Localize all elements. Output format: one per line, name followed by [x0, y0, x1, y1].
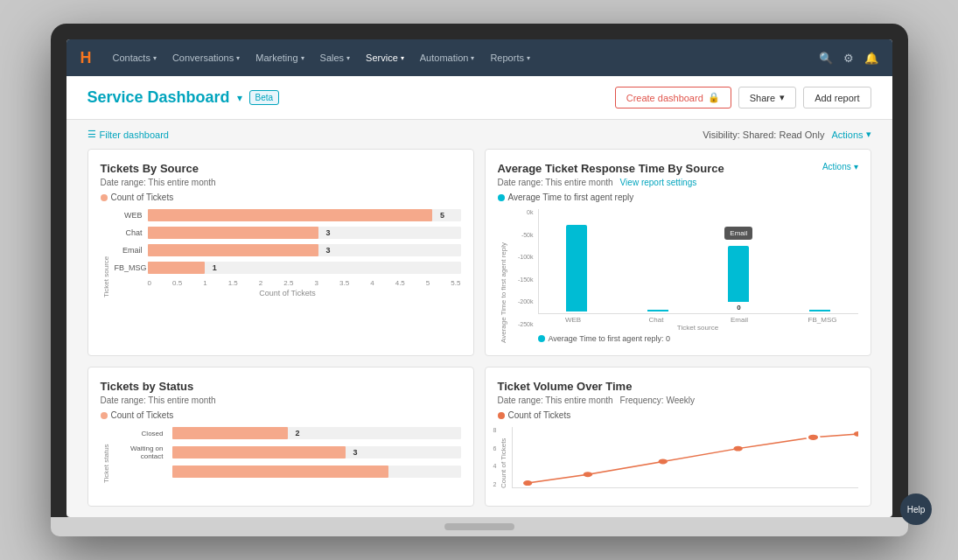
zero-label: 0: [737, 304, 740, 312]
nav-service[interactable]: Service ▾: [359, 49, 411, 66]
navbar: H Contacts ▾ Conversations ▾ Marketing ▾…: [66, 39, 892, 76]
tickets-by-source-card: Tickets By Source Date range: This entir…: [87, 149, 474, 356]
svg-point-1: [583, 472, 591, 477]
nav-reports[interactable]: Reports ▾: [483, 49, 537, 66]
bar-row-chat: Chat 3: [115, 227, 461, 239]
y-tick: 0k: [527, 209, 533, 215]
bar-track: [172, 466, 461, 478]
bar-track: 1: [148, 262, 461, 274]
chevron-down-icon: ▾: [527, 54, 530, 62]
tooltip-legend: Average Time to first agent reply: 0: [512, 334, 858, 343]
bar-value: 3: [326, 228, 331, 237]
bar-label: WEB: [115, 211, 143, 220]
bar-label: FB_MSG: [115, 263, 143, 272]
tooltip: Email: [724, 227, 752, 240]
help-button[interactable]: Help: [900, 494, 932, 525]
bar-track: 3: [148, 227, 461, 239]
dashboard-grid: Tickets By Source Date range: This entir…: [66, 149, 892, 517]
nav-sales[interactable]: Sales ▾: [313, 49, 358, 66]
actions-button[interactable]: Actions ▾: [822, 162, 858, 172]
bar-fill: 3: [172, 446, 346, 458]
x-tick: 1: [203, 279, 206, 287]
x-tick: 2: [259, 279, 262, 287]
bar-track: 5: [148, 209, 461, 221]
beta-badge: Beta: [249, 90, 280, 105]
chart-subtitle: Date range: This entire month: [101, 396, 461, 405]
chart-subtitle: Date range: This entire month Frequency:…: [498, 396, 858, 405]
add-report-button[interactable]: Add report: [803, 87, 871, 108]
col-bar-chat: [647, 310, 668, 312]
chart-title: Ticket Volume Over Time: [498, 380, 858, 393]
search-icon[interactable]: 🔍: [819, 52, 833, 65]
bar-fill: [172, 466, 389, 478]
filter-bar: ☰ Filter dashboard Visibility: Shared: R…: [66, 120, 892, 149]
col-group-chat: [623, 209, 692, 312]
y-axis-label: Ticket source: [101, 209, 111, 298]
laptop-notch: [444, 523, 514, 530]
bar-row-waiting: Waiting on contact 3: [115, 444, 461, 460]
y-tick: -150k: [518, 276, 534, 283]
chevron-down-icon: ▾: [301, 54, 304, 62]
chevron-down-icon: ▾: [471, 54, 474, 62]
share-button[interactable]: Share ▾: [738, 87, 796, 108]
nav-conversations[interactable]: Conversations ▾: [165, 49, 247, 66]
view-settings-link[interactable]: View report settings: [620, 178, 697, 187]
bar-row-extra: [115, 466, 461, 478]
chart-subtitle: Date range: This entire month: [101, 178, 461, 187]
x-tick: 3.5: [339, 279, 349, 287]
title-group: Service Dashboard ▾ Beta: [87, 88, 280, 107]
svg-point-4: [807, 434, 819, 441]
chart-title: Tickets by Status: [101, 380, 461, 393]
bar-row-web: WEB 5: [115, 209, 461, 221]
col-group-web: [542, 209, 612, 312]
x-axis-label: Count of Tickets: [115, 289, 461, 298]
bar-fill: 3: [148, 244, 318, 256]
x-label: Chat: [621, 316, 692, 324]
create-dashboard-button[interactable]: Create dashboard 🔒: [615, 87, 731, 108]
bar-row-fbmsg: FB_MSG 1: [115, 262, 461, 274]
card-header: Average Ticket Response Time By Source D…: [498, 162, 858, 192]
svg-point-2: [658, 458, 667, 464]
x-tick: 1.5: [228, 279, 238, 287]
legend: Count of Tickets: [498, 410, 858, 420]
y-axis-label: Count of Tickets: [498, 427, 508, 488]
col-bar-web: [566, 225, 587, 312]
bar-row-closed: Closed 2: [115, 427, 461, 439]
bar-value: 1: [213, 263, 217, 272]
x-tick: 3: [315, 279, 318, 287]
bar-fill: 5: [148, 209, 432, 221]
bar-label: Waiting on contact: [115, 444, 167, 460]
svg-point-5: [853, 431, 857, 437]
x-label: FB_MSG: [787, 316, 858, 324]
gear-icon[interactable]: ⚙: [843, 52, 854, 65]
page-header: Service Dashboard ▾ Beta Create dashboar…: [66, 76, 892, 120]
legend: Count of Tickets: [101, 192, 461, 202]
chevron-down-icon: ▾: [854, 162, 858, 172]
col-bar-fbmsg: [809, 310, 830, 312]
nav-automation[interactable]: Automation ▾: [413, 49, 482, 66]
y-tick: -50k: [521, 232, 534, 238]
chart-title: Tickets By Source: [101, 162, 461, 175]
y-tick: -250k: [518, 321, 534, 327]
bell-icon[interactable]: 🔔: [864, 52, 878, 65]
svg-point-0: [523, 480, 532, 486]
nav-marketing[interactable]: Marketing ▾: [248, 49, 311, 66]
bar-track: 3: [148, 244, 461, 256]
nav-contacts[interactable]: Contacts ▾: [106, 49, 164, 66]
legend: Average Time to first agent reply: [498, 192, 858, 202]
x-label: WEB: [538, 316, 609, 324]
x-tick: 5.5: [451, 279, 460, 287]
bar-fill: 2: [172, 427, 288, 439]
legend-dot: [498, 412, 505, 419]
x-tick: 0.5: [172, 279, 182, 287]
bar-label: Closed: [115, 430, 167, 438]
bar-fill: 1: [148, 262, 205, 274]
actions-dropdown[interactable]: Actions ▾: [831, 129, 871, 140]
x-tick: 4: [370, 279, 374, 287]
filter-dashboard-link[interactable]: ☰ Filter dashboard: [87, 129, 170, 140]
x-axis-title: Ticket source: [538, 324, 858, 332]
x-label: Email: [704, 316, 775, 324]
legend-dot: [538, 335, 545, 342]
title-dropdown-icon[interactable]: ▾: [237, 92, 242, 104]
hubspot-logo[interactable]: H: [80, 49, 92, 67]
